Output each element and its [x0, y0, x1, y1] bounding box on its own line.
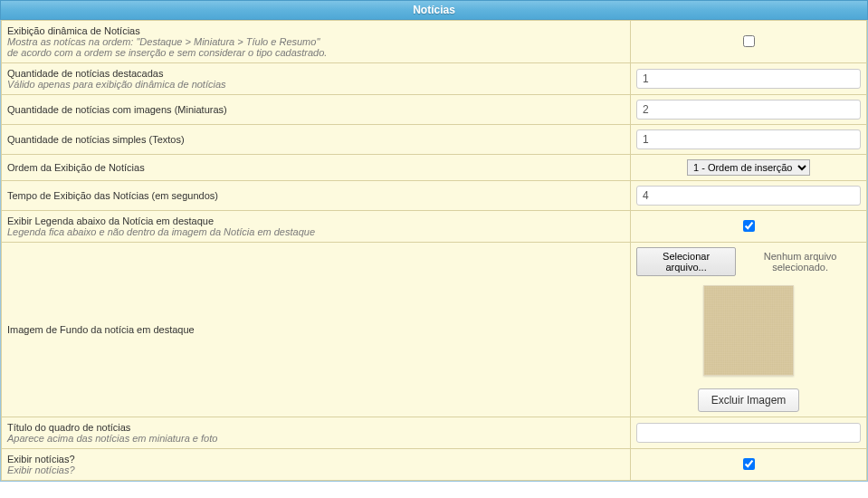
desc-show: Exibir notícias? [7, 464, 625, 475]
panel-header: Notícias [0, 0, 868, 20]
row-thumb-count: Quantidade de notícias com imagens (Mini… [2, 95, 867, 125]
row-title-box: Título do quadro de notícias Aparece aci… [2, 417, 867, 449]
checkbox-show[interactable] [743, 458, 755, 470]
label-featured: Quantidade de notícias destacadas [7, 68, 625, 79]
input-thumb-count[interactable] [636, 100, 861, 120]
row-dynamic-display: Exibição dinâmica de Notícias Mostra as … [2, 21, 867, 63]
row-bgimg: Imagem de Fundo da notícia em destaque S… [2, 243, 867, 417]
desc-title-box: Aparece acima das notícias em miniatura … [7, 433, 625, 444]
row-simple-count: Quantidade de notícias simples (Textos) [2, 125, 867, 155]
input-time[interactable] [636, 186, 861, 206]
desc-dynamic-1: Mostra as notícas na ordem: "Destaque > … [7, 36, 625, 47]
label-simple: Quantidade de notícias simples (Textos) [7, 134, 625, 145]
input-simple-count[interactable] [636, 129, 861, 149]
row-time: Tempo de Exibição das Notícias (em segun… [2, 181, 867, 211]
input-title-box[interactable] [636, 423, 861, 443]
input-featured-count[interactable] [636, 69, 861, 89]
label-dynamic: Exibição dinâmica de Notícias [7, 25, 625, 36]
settings-table: Exibição dinâmica de Notícias Mostra as … [1, 20, 867, 481]
file-none-label: Nenhum arquivo selecionado. [739, 251, 861, 273]
desc-legend: Legenda fica abaixo e não dentro da imag… [7, 226, 625, 237]
settings-panel: Exibição dinâmica de Notícias Mostra as … [0, 20, 868, 482]
label-thumbs: Quantidade de notícias com imagens (Mini… [7, 104, 625, 115]
label-time: Tempo de Exibição das Notícias (em segun… [7, 190, 625, 201]
select-order[interactable]: 1 - Ordem de inserção [687, 159, 810, 176]
row-order: Ordem da Exibição de Notícias 1 - Ordem … [2, 155, 867, 181]
row-legend: Exibir Legenda abaixo da Notícia em dest… [2, 211, 867, 243]
label-bgimg: Imagem de Fundo da notícia em destaque [7, 324, 625, 335]
label-show: Exibir notícias? [7, 454, 625, 464]
image-preview [703, 285, 794, 376]
desc-dynamic-2: de acordo com a ordem se inserção e sem … [7, 47, 625, 58]
row-show: Exibir notícias? Exibir notícias? [2, 449, 867, 481]
label-legend: Exibir Legenda abaixo da Notícia em dest… [7, 215, 625, 226]
delete-image-button[interactable]: Excluir Imagem [698, 388, 800, 412]
label-order: Ordem da Exibição de Notícias [7, 162, 625, 173]
file-select-button[interactable]: Selecionar arquivo... [636, 247, 736, 276]
checkbox-legend[interactable] [743, 220, 755, 232]
checkbox-dynamic-display[interactable] [743, 35, 755, 47]
label-title-box: Título do quadro de notícias [7, 422, 625, 433]
desc-featured: Válido apenas para exibição dinâmica de … [7, 79, 625, 90]
panel-title: Notícias [413, 4, 455, 16]
row-featured-count: Quantidade de notícias destacadas Válido… [2, 63, 867, 95]
